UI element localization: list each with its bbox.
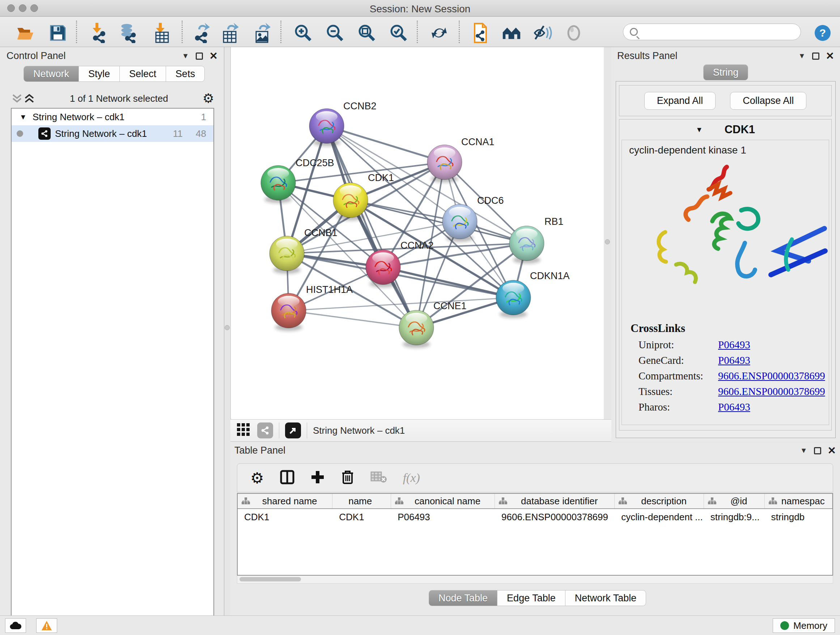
table-cell[interactable]: stringdb: [765, 509, 832, 525]
eye-disabled-icon[interactable]: [564, 24, 583, 42]
import-network-database-icon[interactable]: [118, 24, 137, 42]
tab-network-table[interactable]: Network Table: [565, 590, 646, 606]
panel-close-icon[interactable]: ✕: [210, 50, 218, 62]
export-table-icon[interactable]: [221, 24, 240, 42]
column-header--id[interactable]: @id: [704, 494, 765, 508]
panel-menu-icon[interactable]: ▼: [798, 52, 806, 60]
crosslink-link[interactable]: 9606.ENSP00000378699: [718, 386, 825, 397]
help-icon[interactable]: ?: [813, 24, 832, 42]
network-selection-status: 1 of 1 Network selected: [35, 93, 202, 104]
panel-float-icon[interactable]: [814, 447, 821, 454]
panel-close-icon[interactable]: ✕: [828, 445, 836, 456]
panel-float-icon[interactable]: [196, 52, 203, 60]
network-edge[interactable]: [327, 126, 445, 162]
gene-description: cyclin-dependent kinase 1: [622, 140, 829, 156]
homology-icon[interactable]: [502, 24, 521, 42]
tab-string[interactable]: String: [703, 65, 748, 80]
table-cell[interactable]: P06493: [391, 509, 495, 525]
delete-column-icon[interactable]: [341, 470, 355, 486]
network-node[interactable]: [427, 145, 462, 182]
crosslink-link[interactable]: P06493: [718, 339, 750, 351]
string-network-icon: [38, 127, 51, 140]
network-node[interactable]: [399, 310, 434, 348]
search-icon: [630, 28, 638, 36]
tab-select[interactable]: Select: [120, 66, 166, 82]
network-node[interactable]: [509, 226, 544, 264]
network-badge-icon[interactable]: [257, 423, 273, 439]
add-column-icon[interactable]: [310, 470, 325, 486]
crosslink-link[interactable]: P06493: [718, 401, 750, 413]
tree-collapse-icon[interactable]: ▼: [19, 113, 30, 121]
table-hscrollbar[interactable]: [237, 576, 833, 584]
network-row-selected[interactable]: String Network – cdk1 11 48: [11, 125, 213, 142]
network-edge[interactable]: [289, 310, 416, 328]
hide-glasses-icon[interactable]: [533, 24, 552, 42]
export-network-icon[interactable]: [192, 24, 210, 42]
tab-node-table[interactable]: Node Table: [429, 590, 497, 606]
save-session-icon[interactable]: [49, 24, 67, 42]
tab-edge-table[interactable]: Edge Table: [497, 590, 565, 606]
warning-button[interactable]: [36, 618, 57, 633]
network-edge[interactable]: [383, 267, 513, 298]
panel-close-icon[interactable]: ✕: [826, 50, 834, 62]
gene-collapse-icon[interactable]: ▼: [696, 126, 703, 134]
network-edge[interactable]: [327, 126, 416, 328]
expand-all-icon[interactable]: [23, 93, 35, 103]
zoom-in-icon[interactable]: [294, 24, 313, 42]
column-header-description[interactable]: description: [615, 494, 704, 508]
network-node[interactable]: [271, 293, 306, 331]
crosslink-link[interactable]: 9606.ENSP00000378699: [718, 370, 825, 382]
share-document-icon[interactable]: [470, 24, 489, 42]
grid-view-icon[interactable]: [236, 423, 251, 439]
crosslink-row: Uniprot:P06493: [622, 337, 829, 353]
table-cell[interactable]: CDK1: [332, 509, 391, 525]
import-network-file-icon[interactable]: [88, 24, 107, 42]
column-header-namespac[interactable]: namespac: [765, 494, 832, 508]
network-node[interactable]: [270, 236, 304, 274]
table-cell[interactable]: stringdb:9...: [704, 509, 765, 525]
collapse-all-icon[interactable]: [11, 93, 23, 103]
panel-float-icon[interactable]: [812, 52, 819, 60]
left-splitter-handle[interactable]: [225, 325, 230, 330]
right-splitter-handle[interactable]: [605, 239, 610, 244]
memory-button[interactable]: Memory: [773, 618, 835, 633]
table-settings-gear-icon[interactable]: ⚙: [250, 469, 264, 487]
network-node[interactable]: [261, 165, 295, 203]
column-header-canonical-name[interactable]: canonical name: [391, 494, 495, 508]
search-input[interactable]: [641, 27, 793, 37]
column-header-shared-name[interactable]: shared name: [238, 494, 332, 508]
show-columns-icon[interactable]: [280, 470, 294, 486]
table-cell[interactable]: CDK1: [238, 509, 332, 525]
cloud-icon: [9, 621, 22, 630]
panel-menu-icon[interactable]: ▼: [182, 52, 189, 60]
panel-menu-icon[interactable]: ▼: [800, 447, 807, 455]
network-options-gear-icon[interactable]: ⚙: [202, 91, 214, 106]
network-collection-row[interactable]: ▼ String Network – cdk1 1: [11, 109, 213, 125]
cloud-button[interactable]: [5, 618, 26, 633]
collapse-all-button[interactable]: Collapse All: [730, 92, 806, 110]
tab-network[interactable]: Network: [24, 66, 79, 82]
zoom-out-icon[interactable]: [325, 24, 344, 42]
column-header-database-identifier[interactable]: database identifier: [495, 494, 615, 508]
expand-all-button[interactable]: Expand All: [644, 92, 716, 110]
table-cell[interactable]: 9606.ENSP00000378699: [495, 509, 615, 525]
network-collection-label: String Network – cdk1: [33, 111, 201, 123]
network-canvas[interactable]: CCNB2CCNA1CDC25BCDK1CDC6RB1CCNB1CCNA2CDK…: [231, 47, 604, 419]
warning-icon: [41, 621, 52, 631]
import-table-icon[interactable]: [152, 24, 171, 42]
zoom-fit-icon[interactable]: [357, 24, 376, 42]
table-row[interactable]: CDK1CDK1P064939606.ENSP00000378699cyclin…: [238, 509, 832, 525]
network-node[interactable]: [496, 280, 531, 318]
table-cell[interactable]: cyclin-dependent ...: [615, 509, 704, 525]
crosslink-link[interactable]: P06493: [718, 355, 750, 366]
refresh-icon[interactable]: [430, 24, 448, 42]
zoom-selected-icon[interactable]: [389, 24, 408, 42]
table-hscrollbar-thumb[interactable]: [240, 577, 301, 581]
network-node[interactable]: [442, 204, 477, 242]
export-image-icon[interactable]: [253, 24, 272, 42]
open-session-icon[interactable]: [16, 24, 35, 42]
detach-view-icon[interactable]: [285, 423, 301, 439]
tab-style[interactable]: Style: [79, 66, 120, 82]
tab-sets[interactable]: Sets: [166, 66, 205, 82]
column-header-name[interactable]: name: [332, 494, 391, 508]
